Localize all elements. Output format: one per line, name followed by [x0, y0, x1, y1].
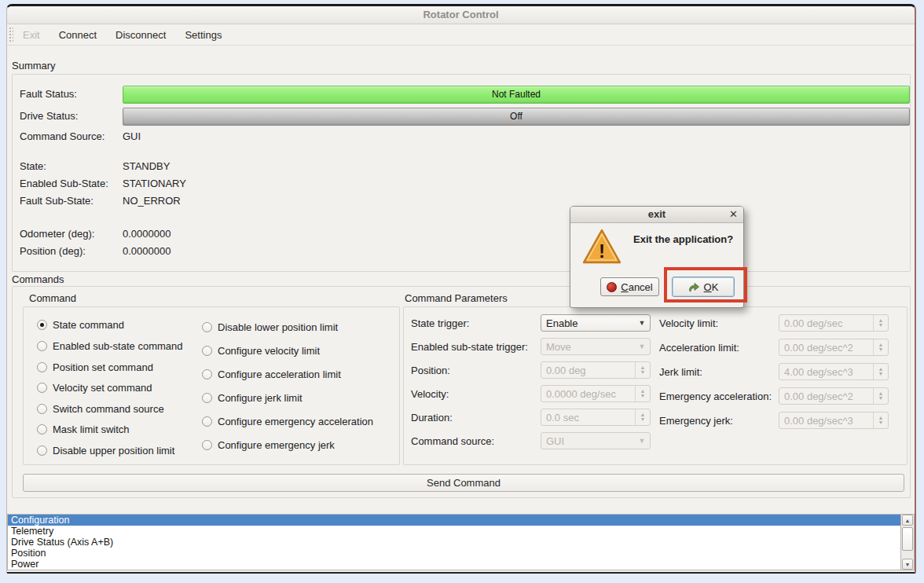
close-icon[interactable]: ✕: [729, 207, 738, 222]
spin-down-icon: ▼: [878, 420, 884, 425]
radio-switch-command-source[interactable]: Switch command source: [37, 402, 164, 415]
send-command-button[interactable]: Send Command: [23, 474, 904, 492]
spinner-buttons: ▲▼: [873, 412, 888, 428]
radio-configure-velocity-limit[interactable]: Configure velocity limit: [202, 344, 320, 357]
radio-dot: [37, 446, 47, 456]
chevron-down-icon: ▼: [634, 319, 650, 327]
position-spinbox: 0.00 deg ▲▼: [541, 361, 651, 379]
scrollbar-thumb[interactable]: [902, 527, 913, 551]
odometer-label: Odometer (deg):: [20, 228, 94, 240]
command-source-combo: GUI ▼: [541, 432, 651, 449]
duration-value: 0.0 sec: [541, 412, 635, 424]
enabled-substate-label: Enabled Sub-State:: [20, 178, 108, 189]
radio-disable-upper-position-limit[interactable]: Disable upper position limit: [37, 444, 174, 456]
emergency-jerk-spinbox: 0.00 deg/sec^3 ▲▼: [779, 412, 889, 429]
radio-dot: [37, 320, 47, 330]
fault-status-bar: Not Faulted: [123, 86, 910, 104]
dialog-titlebar[interactable]: exit: [570, 207, 743, 223]
radio-position-set-command[interactable]: Position set command: [37, 361, 153, 373]
position-param-label: Position:: [411, 365, 450, 376]
command-source-param-value: GUI: [541, 435, 634, 447]
menu-item-settings[interactable]: Settings: [175, 26, 231, 44]
state-trigger-combo[interactable]: Enable ▼: [541, 314, 651, 332]
list-item-telemetry[interactable]: Telemetry: [8, 526, 914, 537]
radio-configure-emergency-jerk[interactable]: Configure emergency jerk: [202, 438, 335, 451]
state-label: State:: [20, 160, 46, 172]
spin-down-icon: ▼: [878, 372, 884, 376]
radio-label: Disable lower position limit: [218, 321, 338, 333]
enabled-substate-trigger-label: Enabled sub-state trigger:: [411, 341, 528, 353]
radio-dot: [202, 346, 212, 356]
velocity-param-value: 0.0000 deg/sec: [541, 388, 635, 400]
emergency-acceleration-label: Emergency acceleration:: [659, 390, 772, 402]
spin-down-icon: ▼: [640, 370, 646, 375]
menu-item-connect[interactable]: Connect: [50, 26, 106, 44]
radio-dot: [37, 341, 47, 351]
emergency-acceleration-spinbox: 0.00 deg/sec^2 ▲▼: [779, 387, 889, 405]
velocity-spinbox: 0.0000 deg/sec ▲▼: [541, 385, 651, 402]
radio-mask-limit-switch[interactable]: Mask limit switch: [37, 423, 130, 435]
list-item-drive-status[interactable]: Drive Status (Axis A+B): [8, 537, 914, 548]
radio-label: Disable upper position limit: [53, 445, 174, 456]
emergency-acceleration-value: 0.00 deg/sec^2: [779, 390, 873, 402]
svg-text:!: !: [599, 240, 605, 262]
duration-label: Duration:: [411, 412, 453, 424]
warning-icon: !: [581, 227, 622, 266]
state-trigger-value: Enable: [541, 317, 634, 329]
radio-label: Configure velocity limit: [218, 345, 320, 357]
spin-down-icon: ▼: [640, 417, 646, 422]
radio-label: Position set command: [53, 361, 153, 373]
list-item-position[interactable]: Position: [8, 548, 914, 559]
fault-substate-value: NO_ERROR: [123, 195, 181, 207]
scrollbar[interactable]: ▲ ▼: [900, 515, 914, 570]
radio-configure-acceleration-limit[interactable]: Configure acceleration limit: [202, 368, 341, 380]
radio-enabled-substate-command[interactable]: Enabled sub-state command: [37, 339, 182, 352]
velocity-param-label: Velocity:: [411, 388, 449, 400]
window-titlebar[interactable]: Rotator Control: [7, 6, 915, 24]
radio-label: Configure jerk limit: [218, 392, 302, 404]
cancel-button[interactable]: Cancel: [600, 277, 659, 296]
state-value: STANDBY: [123, 160, 170, 172]
drive-status-label: Drive Status:: [20, 110, 78, 122]
radio-dot: [37, 404, 47, 414]
command-parameters-label: Command Parameters: [405, 292, 508, 304]
list-item-power[interactable]: Power: [8, 559, 914, 570]
panel-list: Configuration Telemetry Drive Status (Ax…: [7, 514, 915, 570]
scroll-up-icon[interactable]: ▲: [902, 515, 913, 526]
radio-dot: [37, 424, 47, 434]
duration-spinbox: 0.0 sec ▲▼: [541, 409, 651, 426]
menu-item-disconnect[interactable]: Disconnect: [106, 26, 175, 44]
radio-dot: [37, 383, 47, 393]
menu-item-exit: Exit: [13, 26, 50, 44]
chevron-down-icon: ▼: [634, 343, 650, 350]
rotator-control-window: Rotator Control Exit Connect Disconnect …: [6, 4, 916, 574]
radio-dot: [202, 369, 212, 380]
menu-bar: Exit Connect Disconnect Settings: [7, 24, 915, 46]
spinner-buttons: ▲▼: [635, 362, 650, 378]
jerk-limit-spinbox: 4.00 deg/sec^3 ▲▼: [779, 363, 889, 380]
acceleration-limit-spinbox: 0.00 deg/sec^2 ▲▼: [779, 339, 889, 356]
position-value: 0.0000000: [123, 245, 170, 257]
radio-dot: [202, 416, 212, 427]
enabled-substate-trigger-combo: Move ▼: [541, 338, 651, 355]
list-item-configuration[interactable]: Configuration: [8, 515, 914, 526]
radio-configure-jerk-limit[interactable]: Configure jerk limit: [202, 391, 302, 404]
jerk-limit-label: Jerk limit:: [659, 366, 702, 378]
radio-label: Velocity set command: [53, 382, 152, 394]
radio-state-command[interactable]: State command: [37, 318, 124, 331]
chevron-down-icon: ▼: [634, 437, 650, 445]
spin-down-icon: ▼: [878, 347, 884, 352]
position-label: Position (deg):: [20, 245, 86, 257]
acceleration-limit-value: 0.00 deg/sec^2: [779, 342, 873, 354]
spinner-buttons: ▲▼: [873, 339, 888, 355]
scroll-down-icon[interactable]: ▼: [902, 559, 913, 570]
radio-label: Configure emergency jerk: [218, 439, 335, 451]
radio-disable-lower-position-limit[interactable]: Disable lower position limit: [202, 321, 338, 333]
fault-status-label: Fault Status:: [20, 88, 77, 100]
summary-section-label: Summary: [12, 60, 56, 72]
spinner-buttons: ▲▼: [635, 386, 650, 402]
radio-velocity-set-command[interactable]: Velocity set command: [37, 381, 152, 394]
radio-dot: [202, 440, 212, 450]
radio-label: Configure emergency acceleration: [218, 416, 373, 427]
radio-configure-emergency-acceleration[interactable]: Configure emergency acceleration: [202, 415, 373, 427]
